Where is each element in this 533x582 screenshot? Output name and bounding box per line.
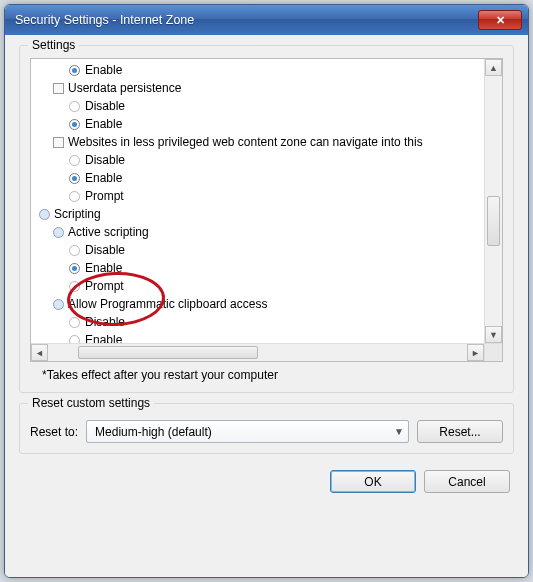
scroll-down-button[interactable]: ▼ [485, 326, 502, 343]
chevron-down-icon: ▼ [489, 330, 498, 340]
scroll-left-button[interactable]: ◄ [31, 344, 48, 361]
tree-item[interactable]: Enable [37, 61, 482, 79]
cancel-button[interactable]: Cancel [424, 470, 510, 493]
tree-item[interactable]: Websites in less privileged web content … [37, 133, 482, 151]
titlebar[interactable]: Security Settings - Internet Zone ✕ [5, 5, 528, 35]
tree-item[interactable]: Allow Programmatic clipboard access [37, 295, 482, 313]
reset-level-combo[interactable]: Medium-high (default) ▼ [86, 420, 409, 443]
tree-item[interactable]: Disable [37, 151, 482, 169]
tree-item[interactable]: Disable [37, 313, 482, 331]
reset-group: Reset custom settings Reset to: Medium-h… [19, 403, 514, 454]
dialog-window: Security Settings - Internet Zone ✕ Sett… [4, 4, 529, 578]
scroll-corner [484, 343, 502, 361]
scroll-thumb[interactable] [487, 196, 500, 246]
radio-icon [69, 317, 80, 328]
combo-value: Medium-high (default) [95, 425, 212, 439]
radio-icon [69, 119, 80, 130]
chevron-right-icon: ► [471, 348, 480, 358]
radio-icon [69, 65, 80, 76]
tree-item[interactable]: Disable [37, 97, 482, 115]
radio-icon [69, 173, 80, 184]
settings-group: Settings Enable Userdata persistence Dis… [19, 45, 514, 393]
tree-item[interactable]: Scripting [37, 205, 482, 223]
tree-label: Disable [85, 97, 125, 115]
tree-label: Userdata persistence [68, 79, 181, 97]
tree-item[interactable]: Prompt [37, 187, 482, 205]
tree-label: Disable [85, 313, 125, 331]
category-icon [53, 137, 64, 148]
category-icon [39, 209, 50, 220]
horizontal-scrollbar[interactable]: ◄ ► [31, 343, 484, 361]
settings-legend: Settings [28, 38, 79, 52]
tree-label: Enable [85, 169, 122, 187]
category-icon [53, 227, 64, 238]
tree-label: Enable [85, 115, 122, 133]
scroll-up-button[interactable]: ▲ [485, 59, 502, 76]
tree-item[interactable]: Userdata persistence [37, 79, 482, 97]
hscroll-track[interactable] [48, 344, 467, 361]
vertical-scrollbar[interactable]: ▲ ▼ [484, 59, 502, 343]
dialog-buttons: OK Cancel [19, 464, 514, 493]
tree-content: Enable Userdata persistence Disable Enab… [33, 61, 482, 359]
tree-label: Allow Programmatic clipboard access [68, 295, 267, 313]
button-label: Reset... [439, 425, 480, 439]
category-icon [53, 299, 64, 310]
button-label: Cancel [448, 475, 485, 489]
tree-item[interactable]: Active scripting [37, 223, 482, 241]
close-icon: ✕ [496, 14, 505, 27]
settings-tree[interactable]: Enable Userdata persistence Disable Enab… [30, 58, 503, 362]
reset-to-label: Reset to: [30, 425, 78, 439]
radio-icon [69, 281, 80, 292]
tree-label: Active scripting [68, 223, 149, 241]
chevron-up-icon: ▲ [489, 63, 498, 73]
reset-button[interactable]: Reset... [417, 420, 503, 443]
hscroll-thumb[interactable] [78, 346, 258, 359]
radio-icon [69, 155, 80, 166]
tree-label: Disable [85, 151, 125, 169]
ok-button[interactable]: OK [330, 470, 416, 493]
tree-label: Disable [85, 241, 125, 259]
tree-label: Websites in less privileged web content … [68, 133, 423, 151]
chevron-down-icon: ▼ [394, 426, 404, 437]
tree-label: Enable [85, 61, 122, 79]
radio-icon [69, 101, 80, 112]
button-label: OK [364, 475, 381, 489]
radio-icon [69, 245, 80, 256]
tree-item-active-scripting-enable[interactable]: Enable [37, 259, 482, 277]
tree-item[interactable]: Enable [37, 115, 482, 133]
tree-item[interactable]: Disable [37, 241, 482, 259]
category-icon [53, 83, 64, 94]
client-area: Settings Enable Userdata persistence Dis… [5, 35, 528, 577]
window-title: Security Settings - Internet Zone [15, 13, 478, 27]
close-button[interactable]: ✕ [478, 10, 522, 30]
tree-label: Prompt [85, 277, 124, 295]
tree-item[interactable]: Enable [37, 169, 482, 187]
radio-icon [69, 191, 80, 202]
restart-note: *Takes effect after you restart your com… [42, 368, 501, 382]
scroll-right-button[interactable]: ► [467, 344, 484, 361]
scroll-track[interactable] [485, 76, 502, 326]
tree-label: Enable [85, 259, 122, 277]
reset-legend: Reset custom settings [28, 396, 154, 410]
radio-icon [69, 263, 80, 274]
tree-label: Prompt [85, 187, 124, 205]
tree-label: Scripting [54, 205, 101, 223]
tree-item[interactable]: Prompt [37, 277, 482, 295]
chevron-left-icon: ◄ [35, 348, 44, 358]
